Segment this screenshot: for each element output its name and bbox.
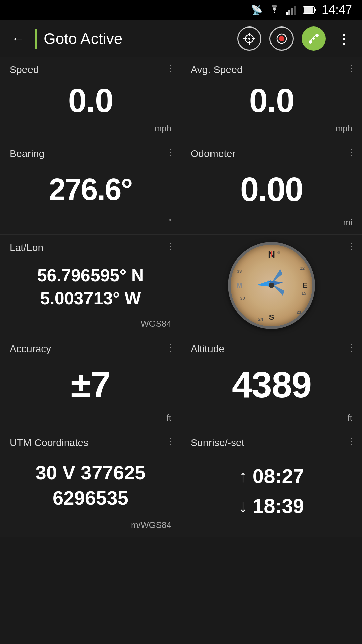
- bearing-cell: Bearing ⋮ 276.6° °: [0, 141, 181, 235]
- svg-text:24: 24: [258, 317, 263, 322]
- status-time: 14:47: [322, 3, 352, 17]
- svg-point-14: [279, 36, 284, 41]
- crosshair-button[interactable]: [237, 26, 261, 51]
- speed-label: Speed: [10, 64, 171, 75]
- accuracy-value: ±7: [10, 358, 171, 411]
- svg-rect-6: [304, 7, 313, 13]
- odometer-value: 0.00: [191, 163, 352, 216]
- utm-unit: m/WGS84: [10, 520, 171, 530]
- bearing-label: Bearing: [10, 148, 171, 159]
- wifi-icon: [268, 5, 280, 15]
- speed-value: 0.0: [10, 79, 171, 122]
- odometer-label: Odometer: [191, 148, 352, 159]
- speed-cell: Speed ⋮ 0.0 mph: [0, 57, 181, 141]
- sunset-time: 18:39: [253, 494, 304, 518]
- app-icon: 📡: [251, 5, 263, 16]
- title-divider: [35, 29, 37, 49]
- record-icon: [275, 32, 288, 45]
- latitude-value: 56.796595° N: [37, 264, 144, 287]
- avg-speed-label: Avg. Speed: [191, 64, 352, 75]
- utm-value: 30 V 377625 6296535: [10, 452, 171, 519]
- avg-speed-menu[interactable]: ⋮: [347, 63, 356, 74]
- sunrise-value: ↑ 08:27 ↓ 18:39: [191, 452, 352, 530]
- status-icons: 📡 14:47: [251, 3, 352, 17]
- avg-speed-value: 0.0: [191, 79, 352, 122]
- utm-menu[interactable]: ⋮: [166, 436, 175, 447]
- svg-rect-1: [288, 10, 290, 15]
- compass-center: [269, 283, 274, 288]
- altitude-value: 4389: [191, 358, 352, 411]
- status-bar: 📡 14:47: [0, 0, 362, 20]
- accuracy-label: Accuracy: [10, 343, 171, 355]
- accuracy-unit: ft: [10, 413, 171, 423]
- bearing-menu[interactable]: ⋮: [166, 147, 175, 158]
- more-menu-button[interactable]: ⋮: [334, 28, 354, 50]
- latlon-unit: WGS84: [10, 319, 171, 329]
- altitude-cell: Altitude ⋮ 4389 ft: [181, 336, 362, 430]
- latlon-value: 56.796595° N 5.003713° W: [10, 257, 171, 317]
- route-icon: [307, 32, 320, 45]
- odometer-unit: mi: [191, 217, 352, 228]
- toolbar: ⋮: [237, 26, 354, 51]
- latlon-menu[interactable]: ⋮: [166, 240, 175, 252]
- data-grid: Speed ⋮ 0.0 mph Avg. Speed ⋮ 0.0 mph Bea…: [0, 57, 362, 537]
- altitude-menu[interactable]: ⋮: [347, 342, 356, 353]
- record-button[interactable]: [269, 26, 294, 51]
- speed-menu[interactable]: ⋮: [166, 63, 175, 74]
- svg-rect-2: [291, 8, 293, 15]
- app-bar: ← Goto Active: [0, 20, 362, 57]
- svg-rect-0: [286, 12, 288, 15]
- avg-speed-unit: mph: [191, 123, 352, 134]
- utm-label: UTM Coordinates: [10, 437, 171, 448]
- compass: N E S M 6 12 15 21 24 30 33: [228, 242, 315, 329]
- crosshair-icon: [243, 32, 256, 45]
- compass-cell: ⋮ N E S M 6 12 15 21 24 30: [181, 235, 362, 336]
- sunrise-menu[interactable]: ⋮: [347, 436, 356, 447]
- odometer-cell: Odometer ⋮ 0.00 mi: [181, 141, 362, 235]
- compass-needle-container: [255, 269, 288, 302]
- utm-line2: 6296535: [53, 485, 128, 511]
- sunrise-label: Sunrise/-set: [191, 437, 352, 448]
- svg-text:30: 30: [240, 296, 245, 301]
- svg-text:21: 21: [297, 310, 302, 315]
- bearing-indicator: °: [10, 216, 171, 228]
- sunrise-row: ↑ 08:27: [239, 465, 304, 488]
- accuracy-cell: Accuracy ⋮ ±7 ft: [0, 336, 181, 430]
- sunrise-time: 08:27: [253, 465, 304, 488]
- altitude-label: Altitude: [191, 343, 352, 355]
- bearing-value: 276.6°: [10, 163, 171, 216]
- sunset-arrow: ↓: [239, 496, 247, 516]
- sunset-row: ↓ 18:39: [239, 494, 304, 518]
- svg-text:15: 15: [301, 291, 306, 296]
- battery-icon: [303, 6, 316, 14]
- svg-text:12: 12: [300, 266, 305, 271]
- utm-cell: UTM Coordinates ⋮ 30 V 377625 6296535 m/…: [0, 430, 181, 537]
- latlon-label: Lat/Lon: [10, 242, 171, 253]
- longitude-value: 5.003713° W: [40, 287, 141, 310]
- altitude-unit: ft: [191, 413, 352, 423]
- latlon-cell: Lat/Lon ⋮ 56.796595° N 5.003713° W WGS84: [0, 235, 181, 336]
- signal-icon: [286, 5, 298, 15]
- svg-point-12: [248, 38, 250, 40]
- svg-text:33: 33: [237, 269, 242, 274]
- route-button[interactable]: [302, 26, 326, 51]
- accuracy-menu[interactable]: ⋮: [166, 342, 175, 353]
- compass-menu[interactable]: ⋮: [347, 240, 356, 252]
- svg-rect-3: [294, 6, 296, 15]
- page-title: Goto Active: [44, 30, 231, 48]
- sunrise-arrow: ↑: [239, 467, 247, 486]
- sunrise-cell: Sunrise/-set ⋮ ↑ 08:27 ↓ 18:39: [181, 430, 362, 537]
- avg-speed-cell: Avg. Speed ⋮ 0.0 mph: [181, 57, 362, 141]
- utm-line1: 30 V 377625: [36, 460, 146, 485]
- svg-rect-5: [314, 9, 316, 11]
- back-button[interactable]: ←: [8, 28, 28, 49]
- speed-unit: mph: [10, 123, 171, 134]
- svg-text:6: 6: [277, 250, 280, 255]
- odometer-menu[interactable]: ⋮: [347, 147, 356, 158]
- compass-container: N E S M 6 12 15 21 24 30 33: [228, 242, 315, 329]
- svg-point-17: [313, 38, 315, 40]
